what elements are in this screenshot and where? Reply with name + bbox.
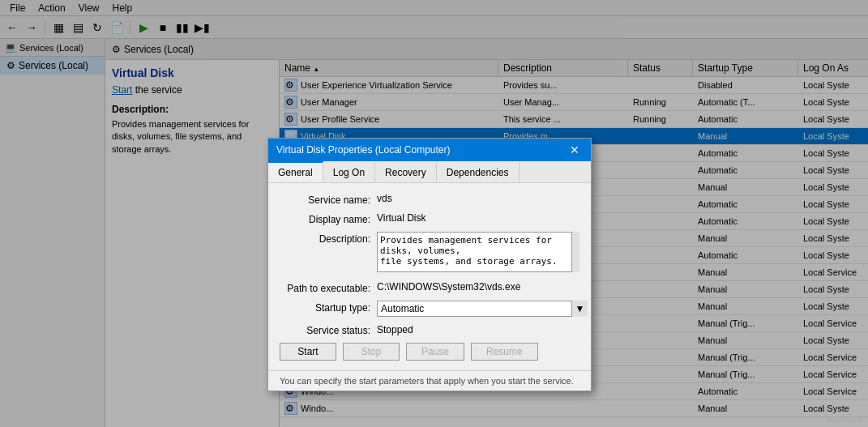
modal-title: Virtual Disk Properties (Local Computer) <box>276 144 451 156</box>
virtual-disk-properties-dialog: Virtual Disk Properties (Local Computer)… <box>267 138 592 391</box>
modal-tabs: General Log On Recovery Dependencies <box>268 161 591 183</box>
description-wrapper: Provides management services for disks, … <box>377 232 579 275</box>
description-row: Description: Provides management service… <box>280 232 579 275</box>
desc-label: Description: <box>280 232 377 245</box>
modal-content: Service name: vds Display name: Virtual … <box>268 183 591 370</box>
stop-service-button[interactable]: Stop <box>343 343 400 361</box>
display-name-value: Virtual Disk <box>377 212 425 224</box>
service-status-row: Service status: Stopped <box>280 323 579 336</box>
service-name-row: Service name: vds <box>280 193 579 206</box>
tab-logon[interactable]: Log On <box>323 161 375 182</box>
pause-service-button[interactable]: Pause <box>406 343 464 361</box>
textarea-scrollbar <box>571 232 579 272</box>
startup-type-select[interactable]: Automatic Automatic (Delayed Start) Manu… <box>377 301 588 317</box>
startup-label: Startup type: <box>280 301 377 314</box>
status-label: Service status: <box>280 323 377 336</box>
service-name-label: Service name: <box>280 193 377 206</box>
tab-recovery[interactable]: Recovery <box>375 161 437 182</box>
tab-general[interactable]: General <box>268 161 323 182</box>
display-name-row: Display name: Virtual Disk <box>280 212 579 225</box>
watermark: wsdn.com <box>827 415 863 424</box>
modal-close-button[interactable]: ✕ <box>567 143 583 156</box>
start-service-button[interactable]: Start <box>280 343 336 361</box>
modal-footer-text: You can specify the start parameters tha… <box>280 376 574 386</box>
modal-footer: You can specify the start parameters tha… <box>268 370 591 391</box>
startup-row: Startup type: Automatic Automatic (Delay… <box>280 301 579 317</box>
path-value: C:\WINDOWS\System32\vds.exe <box>377 281 520 292</box>
tab-dependencies[interactable]: Dependencies <box>437 161 520 182</box>
status-value: Stopped <box>377 324 413 335</box>
display-name-label: Display name: <box>280 212 377 225</box>
path-label: Path to executable: <box>280 281 377 294</box>
service-name-value: vds <box>377 193 392 204</box>
resume-service-button[interactable]: Resume <box>471 343 538 361</box>
modal-action-buttons: Start Stop Pause Resume <box>280 343 579 361</box>
modal-overlay: Virtual Disk Properties (Local Computer)… <box>0 0 868 427</box>
startup-select-wrapper: Automatic Automatic (Delayed Start) Manu… <box>377 301 588 317</box>
path-row: Path to executable: C:\WINDOWS\System32\… <box>280 281 579 294</box>
modal-titlebar: Virtual Disk Properties (Local Computer)… <box>268 139 591 161</box>
description-textarea[interactable]: Provides management services for disks, … <box>377 232 579 272</box>
